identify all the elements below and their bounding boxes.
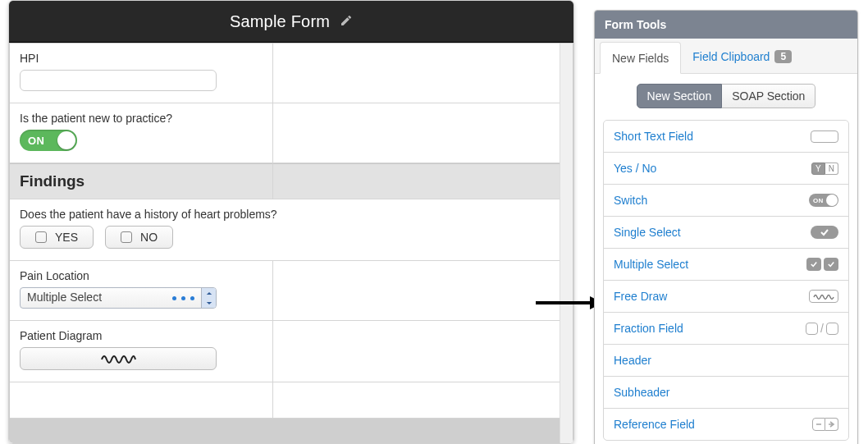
form-title: Sample Form bbox=[230, 12, 330, 31]
no-button[interactable]: NO bbox=[105, 226, 173, 249]
field-new-patient[interactable]: Is the patient new to practice? ON bbox=[10, 103, 560, 163]
field-type-label: Fraction Field bbox=[614, 322, 683, 335]
field-type-label: Switch bbox=[614, 194, 647, 207]
field-type-label: Multiple Select bbox=[614, 258, 688, 271]
single-select-icon bbox=[811, 226, 838, 239]
field-type-free-draw[interactable]: Free Draw bbox=[603, 280, 849, 313]
field-pain-location[interactable]: Pain Location Multiple Select bbox=[10, 261, 560, 321]
diagram-label: Patient Diagram bbox=[20, 329, 263, 342]
checkbox-icon bbox=[35, 231, 47, 243]
scrollbar[interactable] bbox=[560, 43, 573, 444]
history-label: Does the patient have a history of heart… bbox=[20, 208, 550, 221]
new-section-button[interactable]: New Section bbox=[637, 84, 723, 108]
field-type-label: Reference Field bbox=[614, 418, 695, 431]
scribble-icon bbox=[100, 351, 136, 367]
field-patient-diagram[interactable]: Patient Diagram bbox=[10, 321, 560, 382]
field-history[interactable]: Does the patient have a history of heart… bbox=[10, 199, 560, 261]
free-draw-icon bbox=[809, 290, 838, 303]
field-type-single-select[interactable]: Single Select bbox=[603, 216, 849, 249]
yes-no-icon: YN bbox=[811, 162, 838, 175]
tools-header: Form Tools bbox=[595, 11, 857, 39]
field-type-label: Yes / No bbox=[614, 162, 656, 175]
findings-title: Findings bbox=[20, 172, 85, 190]
field-type-header[interactable]: Header bbox=[603, 344, 849, 377]
field-type-yes-no[interactable]: Yes / NoYN bbox=[603, 152, 849, 185]
no-label: NO bbox=[140, 231, 158, 244]
soap-section-button[interactable]: SOAP Section bbox=[722, 84, 815, 108]
field-type-label: Header bbox=[614, 354, 651, 367]
field-hpi[interactable]: HPI bbox=[10, 43, 560, 103]
reference-icon bbox=[812, 418, 838, 431]
form-tools-panel: Form Tools New Fields Field Clipboard 5 … bbox=[594, 10, 858, 444]
field-type-short-text-field[interactable]: Short Text Field bbox=[603, 120, 849, 153]
hpi-label: HPI bbox=[20, 52, 263, 65]
tab-clipboard-label: Field Clipboard bbox=[692, 50, 770, 63]
form-body: HPI Is the patient new to practice? ON bbox=[9, 42, 573, 444]
switch-on-label: ON bbox=[20, 135, 45, 147]
section-button-group: New Section SOAP Section bbox=[603, 84, 849, 108]
switch-icon: ON bbox=[809, 194, 838, 207]
pencil-icon[interactable] bbox=[340, 14, 353, 30]
tools-tabs: New Fields Field Clipboard 5 bbox=[595, 39, 857, 74]
empty-row bbox=[10, 382, 560, 419]
section-findings[interactable]: Findings bbox=[10, 163, 560, 199]
multi-select-icon bbox=[806, 258, 838, 271]
multiselect-placeholder: Multiple Select bbox=[21, 288, 172, 308]
hpi-input[interactable] bbox=[20, 70, 217, 91]
switch-knob bbox=[57, 131, 75, 149]
field-type-switch[interactable]: SwitchON bbox=[603, 184, 849, 217]
diagram-button[interactable] bbox=[20, 347, 217, 370]
form-header: Sample Form bbox=[9, 1, 573, 42]
field-type-label: Single Select bbox=[614, 226, 681, 239]
tab-new-fields[interactable]: New Fields bbox=[600, 42, 681, 74]
dots-icon bbox=[172, 288, 201, 308]
field-type-fraction-field[interactable]: Fraction Field/ bbox=[603, 312, 849, 345]
field-type-label: Short Text Field bbox=[614, 130, 693, 143]
text-field-icon bbox=[811, 130, 838, 143]
field-type-subheader[interactable]: Subheader bbox=[603, 376, 849, 409]
field-type-multiple-select[interactable]: Multiple Select bbox=[603, 248, 849, 281]
clipboard-count-badge: 5 bbox=[774, 50, 792, 63]
tab-new-fields-label: New Fields bbox=[612, 52, 669, 65]
tab-field-clipboard[interactable]: Field Clipboard 5 bbox=[681, 39, 803, 73]
new-patient-switch[interactable]: ON bbox=[20, 130, 77, 151]
fraction-icon: / bbox=[806, 322, 838, 335]
field-type-reference-field[interactable]: Reference Field bbox=[603, 408, 849, 441]
pain-location-select[interactable]: Multiple Select bbox=[20, 287, 217, 309]
new-patient-label: Is the patient new to practice? bbox=[20, 112, 263, 125]
form-footer-strip bbox=[10, 419, 560, 443]
yes-label: YES bbox=[55, 231, 78, 244]
yes-button[interactable]: YES bbox=[20, 226, 94, 249]
field-type-label: Subheader bbox=[614, 386, 670, 399]
field-type-label: Free Draw bbox=[614, 290, 667, 303]
pain-location-label: Pain Location bbox=[20, 269, 263, 282]
field-type-list: Short Text FieldYes / NoYNSwitchONSingle… bbox=[603, 120, 849, 440]
arrow-icon bbox=[534, 295, 603, 310]
form-panel: Sample Form HPI bbox=[8, 0, 574, 444]
stepper-icon[interactable] bbox=[201, 288, 216, 308]
checkbox-icon bbox=[121, 231, 132, 243]
